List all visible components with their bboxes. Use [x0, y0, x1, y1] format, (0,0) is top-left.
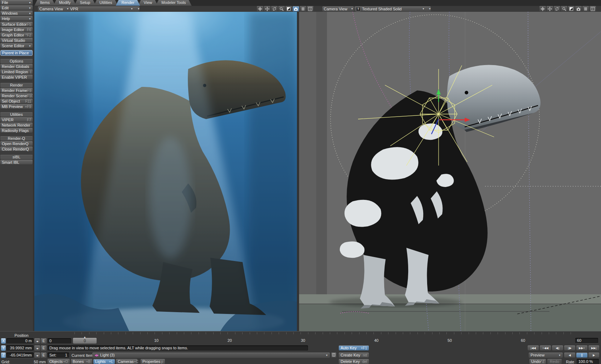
tab-utilities[interactable]: Utilities — [94, 0, 118, 6]
windows-menu-label: Windows — [2, 11, 18, 15]
sel-object-button[interactable]: Sel ObjectF11 — [0, 99, 33, 104]
enable-viper-button[interactable]: Enable VIPER — [0, 75, 33, 80]
shortcut: +O — [63, 359, 68, 364]
zoom-icon[interactable] — [278, 6, 285, 11]
timeline-slider-handle[interactable]: 0 — [73, 338, 97, 344]
x-position-field[interactable]: 0 m — [6, 338, 34, 344]
tab-modify[interactable]: Modify — [53, 0, 76, 6]
pause-button[interactable]: || — [576, 353, 587, 358]
right-viewport-shaded[interactable] — [299, 12, 601, 331]
edit-menu[interactable]: Edit▼ — [0, 5, 33, 10]
region-icon[interactable] — [285, 6, 292, 11]
file-menu[interactable]: File▼ — [0, 0, 33, 5]
step-forward-button[interactable]: ||▶ — [564, 345, 575, 351]
viewport-menu-icon[interactable] — [582, 6, 589, 11]
y-position-field[interactable]: 39.9992 mm — [6, 345, 34, 351]
render-frame-button[interactable]: Render FrameF9 — [0, 88, 33, 93]
help-menu[interactable]: Help▼ — [0, 16, 33, 21]
play-forward-button[interactable]: ▶ — [588, 353, 599, 358]
undo-button[interactable]: Undo^Z — [529, 359, 546, 364]
z-axis-toggle[interactable]: Z — [1, 353, 6, 358]
go-to-end-button[interactable]: ▶▶| — [588, 345, 599, 351]
limited-region-button[interactable]: Limited Regionl — [0, 69, 33, 74]
tab-items[interactable]: Items — [34, 0, 55, 6]
camera-icon[interactable] — [575, 6, 582, 11]
rate-field[interactable]: 100.0 % — [577, 359, 599, 364]
tab-setup[interactable]: Setup — [74, 0, 96, 6]
next-keyframe-button[interactable]: ▶▶+ — [576, 345, 587, 351]
tab-modeler-tools[interactable]: Modeler Tools — [156, 0, 191, 6]
y-axis-toggle[interactable]: Y — [1, 345, 6, 351]
viper-button[interactable]: VIPERF7 — [0, 117, 33, 122]
play-reverse-button[interactable]: ◀ — [564, 353, 575, 358]
pan-icon[interactable] — [257, 6, 263, 11]
current-frame-field[interactable]: 0 — [48, 338, 71, 344]
bones-tab[interactable]: Bones+B — [71, 359, 92, 364]
render-globals-button[interactable]: Render Globals — [0, 64, 33, 69]
rotate-icon[interactable] — [271, 6, 278, 11]
left-view-type-dropdown[interactable]: Camera View — [38, 6, 69, 11]
item-list-button[interactable] — [331, 353, 336, 358]
right-shading-mode-dropdown[interactable]: TTextured Shaded Solid — [355, 6, 426, 11]
left-viewport-options-dropdown[interactable] — [134, 6, 140, 11]
shortcut: +B — [86, 359, 91, 364]
z-spinner[interactable] — [34, 353, 40, 358]
open-renderq-button[interactable]: Open RenderQ — [0, 141, 33, 146]
x-spinner[interactable] — [34, 338, 40, 344]
graph-editor-button[interactable]: Graph Editor^F2 — [0, 33, 33, 38]
zoom-icon[interactable] — [561, 6, 567, 11]
timeline-ruler[interactable] — [74, 332, 574, 337]
y-spinner[interactable] — [34, 345, 40, 351]
mb-preview-button[interactable]: MB Preview+F9 — [0, 104, 33, 109]
camera-icon[interactable] — [293, 6, 299, 11]
close-renderq-button[interactable]: Close RenderQ — [0, 147, 33, 152]
prev-keyframe-button[interactable]: +◀◀ — [540, 345, 551, 351]
viewport-menu-icon[interactable] — [300, 6, 306, 11]
z-envelope-button[interactable]: E — [41, 353, 47, 358]
smart-ibl-button[interactable]: Smart IBL — [0, 160, 33, 165]
left-shade-band — [299, 12, 316, 331]
move-icon[interactable] — [547, 6, 553, 11]
surface-editor-button[interactable]: Surface EditorF5 — [0, 22, 33, 27]
maximize-viewport-icon[interactable] — [590, 6, 596, 11]
delete-key-button[interactable]: Delete Keydel — [339, 359, 369, 364]
scene-editor-button[interactable]: Scene Editor▼ — [0, 43, 33, 48]
virtual-studio-button[interactable]: Virtual Studio — [0, 38, 33, 43]
pan-icon[interactable] — [539, 6, 546, 11]
tab-render[interactable]: Render — [116, 0, 140, 6]
current-item-dropdown[interactable]: Light (3) — [92, 353, 330, 358]
maximize-viewport-icon[interactable] — [307, 6, 313, 11]
step-back-button[interactable]: ◀|| — [552, 345, 563, 351]
create-key-button[interactable]: Create Keyret — [339, 353, 369, 358]
shortcut: l — [30, 70, 31, 74]
y-envelope-button[interactable]: E — [41, 345, 47, 351]
x-axis-toggle[interactable]: X — [1, 338, 6, 344]
render-scene-button[interactable]: Render SceneF10 — [0, 93, 33, 98]
left-shading-mode-dropdown[interactable]: VPR — [69, 6, 135, 11]
tab-view[interactable]: View — [138, 0, 158, 6]
x-envelope-button[interactable]: E — [41, 338, 47, 344]
end-frame-field[interactable]: 60 — [575, 338, 598, 343]
rotate-icon[interactable] — [554, 6, 560, 11]
right-viewport-options-dropdown[interactable] — [425, 6, 431, 11]
auto-key-toggle[interactable]: Auto Key+F1 — [339, 345, 369, 351]
preview-dropdown[interactable]: Preview — [529, 353, 563, 358]
cameras-tab[interactable]: Cameras+C — [116, 359, 137, 364]
image-editor-button[interactable]: Image EditorF6 — [0, 27, 33, 32]
windows-menu[interactable]: Windows▼ — [0, 11, 33, 16]
move-icon[interactable] — [264, 6, 270, 11]
region-icon[interactable] — [568, 6, 575, 11]
main-tab-bar: Items Modify Setup Utilities Render View… — [33, 0, 601, 6]
lights-tab[interactable]: Lights+L — [93, 359, 115, 364]
left-viewport-vpr-render[interactable] — [34, 12, 297, 331]
objects-tab[interactable]: Objects+O — [48, 359, 70, 364]
network-render-button[interactable]: Network Render — [0, 123, 33, 128]
right-view-type-dropdown[interactable]: Camera View — [322, 6, 354, 11]
properties-button[interactable]: Propertiesp — [141, 359, 165, 364]
radiosity-flags-button[interactable]: Radiosity Flags — [0, 128, 33, 133]
status-message: Drag mouse in view to move selected item… — [48, 345, 308, 351]
parent-in-place-toggle[interactable]: Parent in Place — [0, 50, 33, 56]
redo-button[interactable]: Redo — [547, 359, 562, 364]
z-position-field[interactable]: -65.0419mm — [6, 353, 34, 358]
go-to-start-button[interactable]: |◀◀ — [528, 345, 539, 351]
